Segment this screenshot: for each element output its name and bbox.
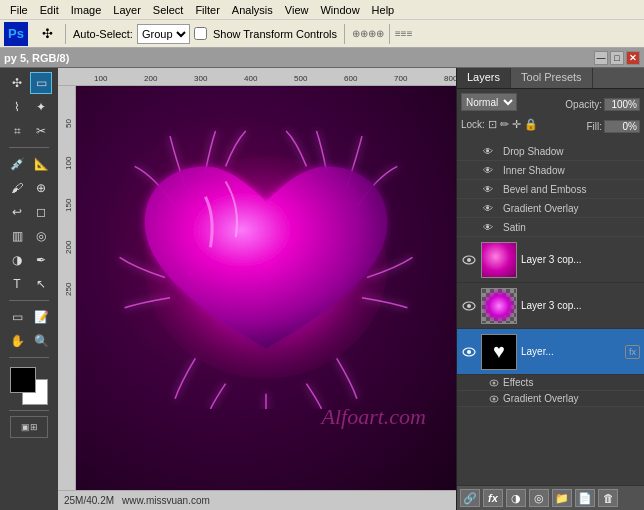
transform-controls: ⊕⊕⊕⊕ ≡≡≡ [352,24,413,44]
layer-item-heart[interactable]: ♥ Layer... fx [457,329,644,375]
show-transform-label: Show Transform Controls [213,28,337,40]
effect-drop-shadow[interactable]: 👁 Drop Shadow [457,142,644,161]
opacity-row: Opacity: 100% [565,93,640,115]
add-fx-button[interactable]: fx [483,489,503,507]
show-transform-checkbox[interactable] [194,27,207,40]
text-tool[interactable]: T [6,273,28,295]
document-title: py 5, RGB/8) [4,52,594,64]
ruler-mark-600: 600 [344,74,394,83]
effect-bevel-emboss[interactable]: 👁 Bevel and Emboss [457,180,644,199]
eraser-tool[interactable]: ◻ [30,201,52,223]
blend-mode-select[interactable]: Normal Multiply Screen [461,93,517,111]
menu-item-analysis[interactable]: Analysis [226,2,279,18]
blur-tool[interactable]: ◎ [30,225,52,247]
layer-fx-badge[interactable]: fx [625,345,640,359]
layer-visibility-3copy2[interactable] [461,298,477,314]
pen-tool[interactable]: ✒ [30,249,52,271]
menu-item-edit[interactable]: Edit [34,2,65,18]
canvas-document[interactable]: Alfoart.com [76,86,456,490]
tool-row-1: ✣ ▭ [6,72,52,94]
svg-point-2 [467,258,471,262]
foreground-color-swatch[interactable] [10,367,36,393]
zoom-tool[interactable]: 🔍 [30,330,52,352]
color-boxes [10,367,48,405]
layer-visibility-heart[interactable] [461,344,477,360]
effect-eye-satin[interactable]: 👁 [481,220,495,234]
effect-gradient-overlay[interactable]: 👁 Gradient Overlay [457,199,644,218]
effect-satin[interactable]: 👁 Satin [457,218,644,237]
ruler-mark-100: 100 [94,74,144,83]
effect-eye-inner-shadow[interactable]: 👁 [481,163,495,177]
menu-item-file[interactable]: File [4,2,34,18]
ruler-mark-800: 800 [444,74,456,83]
ruler-top-marks: 100 200 300 400 500 600 700 800 [94,74,456,83]
move-tool-button[interactable]: ✣ [36,23,58,45]
menu-item-view[interactable]: View [279,2,315,18]
tool-presets-tab[interactable]: Tool Presets [511,68,593,88]
gradient-tool[interactable]: ▥ [6,225,28,247]
add-mask-button[interactable]: ◑ [506,489,526,507]
ruler-left-mark-250: 250 [64,254,73,296]
lock-position-icon[interactable]: ✛ [512,118,521,131]
layer-thumb-3copy1 [481,242,517,278]
effect-eye-gradient[interactable]: 👁 [481,201,495,215]
brush-tool[interactable]: 🖌 [6,177,28,199]
tool-sep-1 [9,147,49,148]
effect-eye-bevel[interactable]: 👁 [481,182,495,196]
new-layer-button[interactable]: 📄 [575,489,595,507]
lock-transparent-icon[interactable]: ⊡ [488,118,497,131]
layer-visibility-3copy1[interactable] [461,252,477,268]
close-button[interactable]: ✕ [626,51,640,65]
effect-eye-drop-shadow[interactable]: 👁 [481,144,495,158]
sub-effect-effects-label: Effects [503,377,533,388]
ruler-left-mark-100: 100 [64,128,73,170]
tool-row-8: ◑ ✒ [6,249,52,271]
tool-row-mode: ▣⊞ [10,416,48,438]
path-select-tool[interactable]: ↖ [30,273,52,295]
fill-row: Fill: 0% [586,118,640,135]
delete-layer-button[interactable]: 🗑 [598,489,618,507]
lock-image-icon[interactable]: ✏ [500,118,509,131]
menu-item-window[interactable]: Window [314,2,365,18]
sub-effect-gradient-label: Gradient Overlay [503,393,579,404]
new-adjustment-button[interactable]: ◎ [529,489,549,507]
ruler-tool[interactable]: 📐 [30,153,52,175]
tool-sep-2 [9,300,49,301]
sub-effect-gradient-overlay[interactable]: Gradient Overlay [457,391,644,407]
menu-item-select[interactable]: Select [147,2,190,18]
menu-item-filter[interactable]: Filter [189,2,225,18]
lock-all-icon[interactable]: 🔒 [524,118,538,131]
menu-item-image[interactable]: Image [65,2,108,18]
move-tool[interactable]: ✣ [6,72,28,94]
layer-item-3copy2[interactable]: Layer 3 cop... [457,283,644,329]
effect-inner-shadow[interactable]: 👁 Inner Shadow [457,161,644,180]
layer-item-3copy1[interactable]: Layer 3 cop... [457,237,644,283]
fill-value[interactable]: 0% [604,120,640,133]
tool-row-5: 🖌 ⊕ [6,177,52,199]
tool-row-9: T ↖ [6,273,52,295]
screen-mode-button[interactable]: ▣⊞ [10,416,48,438]
link-layers-button[interactable]: 🔗 [460,489,480,507]
slice-tool[interactable]: ✂ [30,120,52,142]
sub-effect-effects[interactable]: Effects [457,375,644,391]
notes-tool[interactable]: 📝 [30,306,52,328]
menu-item-layer[interactable]: Layer [107,2,147,18]
menu-item-help[interactable]: Help [366,2,401,18]
maximize-button[interactable]: □ [610,51,624,65]
quick-select-tool[interactable]: ✦ [30,96,52,118]
eyedropper-tool[interactable]: 💉 [6,153,28,175]
stamp-tool[interactable]: ⊕ [30,177,52,199]
hand-tool[interactable]: ✋ [6,330,28,352]
crop-tool[interactable]: ⌗ [6,120,28,142]
dodge-tool[interactable]: ◑ [6,249,28,271]
marquee-tool[interactable]: ▭ [30,72,52,94]
auto-select-dropdown[interactable]: Group Layer [137,24,190,44]
minimize-button[interactable]: — [594,51,608,65]
lasso-tool[interactable]: ⌇ [6,96,28,118]
heart-svg [114,126,418,409]
new-group-button[interactable]: 📁 [552,489,572,507]
shape-tool[interactable]: ▭ [6,306,28,328]
opacity-value[interactable]: 100% [604,98,640,111]
layers-tab[interactable]: Layers [457,68,511,88]
history-brush-tool[interactable]: ↩ [6,201,28,223]
